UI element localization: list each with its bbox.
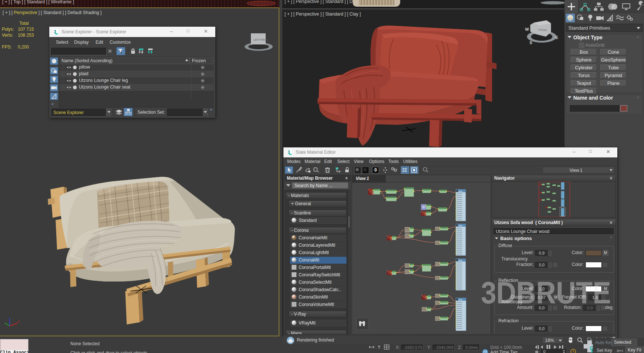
svg-text:Mate..: Mate.. bbox=[459, 299, 464, 301]
svg-text:LEFT: LEFT bbox=[253, 39, 260, 41]
svg-text:Mate..: Mate.. bbox=[459, 260, 464, 262]
svg-text:Mate..: Mate.. bbox=[459, 190, 464, 192]
svg-text:W: W bbox=[525, 27, 529, 31]
svg-text:S: S bbox=[530, 40, 532, 45]
svg-text:E: E bbox=[555, 35, 558, 40]
svg-text:FRONT: FRONT bbox=[260, 39, 269, 41]
svg-text:Mate..: Mate.. bbox=[459, 225, 464, 227]
svg-text:x: x bbox=[18, 319, 20, 323]
